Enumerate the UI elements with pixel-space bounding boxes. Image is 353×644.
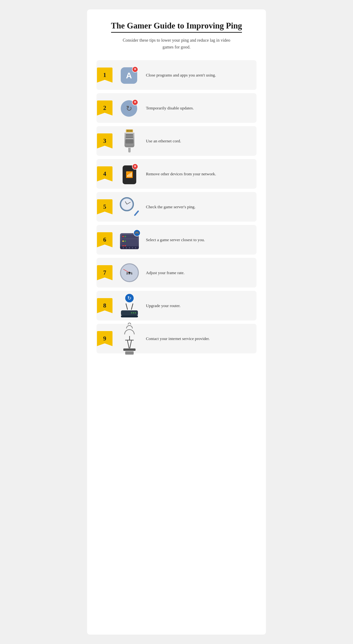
signal-arc-2 — [126, 325, 133, 328]
ethernet-icon — [124, 130, 134, 152]
tip-icon-ethernet — [118, 130, 141, 152]
tip-number-wrapper-8: 8 — [96, 298, 113, 313]
gamepad-badge-icon: 🎮 — [134, 230, 140, 236]
app-letter: A — [126, 71, 132, 80]
tip-item-9: 9 — [96, 324, 256, 354]
server-bottom — [120, 246, 139, 249]
tip-icon-tower — [118, 328, 141, 349]
router-led-3 — [135, 312, 136, 314]
eth-pin — [130, 130, 130, 132]
tower-body — [123, 336, 136, 354]
page-subtitle: Consider these tips to lower your ping a… — [122, 37, 231, 51]
eth-pin — [131, 130, 132, 132]
tip-text-6: Select a game server closest to you. — [146, 237, 251, 243]
tip-number-wrapper-7: 7 — [96, 265, 113, 280]
ethernet-top — [126, 130, 133, 132]
eth-stripe — [126, 136, 133, 136]
header: The Gamer Guide to Improving Ping Consid… — [96, 21, 256, 51]
server-led-green-2 — [124, 240, 126, 242]
router-antenna-left — [126, 303, 128, 310]
tip-number-9: 9 — [97, 331, 112, 346]
tip-number-7: 7 — [97, 265, 112, 280]
ethernet-body — [124, 133, 134, 147]
tip-icon-search-clock — [118, 196, 141, 218]
tower-leg-right — [130, 340, 132, 348]
tip-icon-app: A ✕ — [118, 64, 141, 86]
tip-number-6: 6 — [97, 232, 112, 247]
tip-item-2: 2 ↻ ✕ Temporarily disable updates. — [96, 93, 256, 123]
tip-number-4: 4 — [97, 166, 112, 182]
magnifier-handle — [134, 210, 139, 216]
disable-badge-icon: ✕ — [132, 99, 138, 106]
server-vent — [129, 247, 130, 248]
router-antenna-right — [131, 303, 133, 310]
router-led-1 — [131, 312, 132, 314]
tip-item-1: 1 A ✕ Close programs and apps you aren't… — [96, 60, 256, 90]
tip-number-3: 3 — [97, 134, 112, 148]
server-vent — [132, 247, 133, 248]
app-close-icon: A ✕ — [121, 66, 138, 84]
server-vent — [123, 247, 124, 248]
router-led-2 — [133, 312, 134, 314]
fps-label: FPS — [126, 272, 132, 276]
tip-number-wrapper-3: 3 — [96, 134, 113, 148]
server-vent — [126, 247, 127, 248]
router-antennas — [126, 303, 132, 310]
tip-number-2: 2 — [97, 100, 112, 116]
router-upgrade-icon: ↻ — [121, 294, 138, 318]
tip-number-wrapper-1: 1 — [96, 68, 113, 82]
tower-spike — [129, 336, 130, 340]
tower-legs — [127, 340, 132, 348]
tip-number-wrapper-6: 6 — [96, 232, 113, 247]
phone-remove-badge: ✕ — [132, 164, 138, 170]
page-title: The Gamer Guide to Improving Ping — [111, 21, 242, 33]
tip-text-8: Upgrade your router. — [146, 302, 251, 309]
server-led-green — [124, 236, 126, 237]
tip-text-1: Close programs and apps you aren't using… — [146, 72, 251, 78]
tower-signal-arcs — [124, 322, 134, 335]
tip-item-7: 7 FPS Adjust your frame rate. — [96, 258, 256, 288]
tip-number-wrapper-9: 9 — [96, 331, 113, 346]
eth-pin — [127, 130, 128, 132]
server-led-yellow — [122, 240, 124, 242]
eth-pin — [128, 130, 129, 132]
eth-stripe — [126, 137, 133, 138]
antenna-tower-icon — [123, 322, 136, 354]
fps-meter-icon: FPS — [120, 263, 139, 282]
search-clock-icon — [119, 196, 140, 218]
tip-text-9: Contact your internet service provider. — [146, 336, 251, 342]
tip-text-5: Check the game server's ping. — [146, 204, 251, 210]
tip-item-8: 8 ↻ Upgrade your router. — [96, 291, 256, 320]
tip-number-wrapper-2: 2 — [96, 100, 113, 116]
tip-number-1: 1 — [97, 68, 112, 82]
tip-number-8: 8 — [97, 298, 112, 313]
tip-text-3: Use an ethernet cord. — [146, 138, 251, 144]
tip-text-2: Temporarily disable updates. — [146, 105, 251, 111]
tower-base-block — [125, 351, 134, 354]
server-led-red — [122, 236, 124, 237]
server-row-2 — [122, 239, 138, 243]
refresh-icon: ↻ ✕ — [121, 99, 138, 117]
tip-icon-phone: 📶 ✕ — [118, 163, 141, 184]
server-vent — [135, 247, 136, 248]
tower-leg-left — [127, 340, 130, 348]
tip-item-4: 4 📶 ✕ Remove other devices from your net… — [96, 159, 256, 189]
tip-icon-fps: FPS — [118, 262, 141, 283]
tip-item-6: 6 — [96, 225, 256, 254]
tip-item-3: 3 — [96, 126, 256, 156]
refresh-arrows-icon: ↻ — [126, 104, 132, 113]
main-card: The Gamer Guide to Improving Ping Consid… — [87, 10, 266, 634]
close-badge-icon: ✕ — [132, 66, 138, 72]
magnifier-ring — [120, 197, 134, 211]
router-base — [121, 316, 138, 318]
wifi-icon: 📶 — [126, 171, 133, 178]
tip-number-wrapper-5: 5 — [96, 199, 113, 214]
tip-icon-router: ↻ — [118, 295, 141, 316]
tips-list: 1 A ✕ Close programs and apps you aren't… — [96, 60, 256, 354]
game-server-icon: 🎮 — [119, 230, 140, 249]
eth-stripe — [126, 134, 133, 135]
tip-text-7: Adjust your frame rate. — [146, 270, 251, 276]
signal-arc-3 — [124, 329, 134, 334]
phone-wifi-icon: 📶 ✕ — [121, 164, 138, 184]
tip-item-5: 5 Check the game server's ping. — [96, 192, 256, 222]
